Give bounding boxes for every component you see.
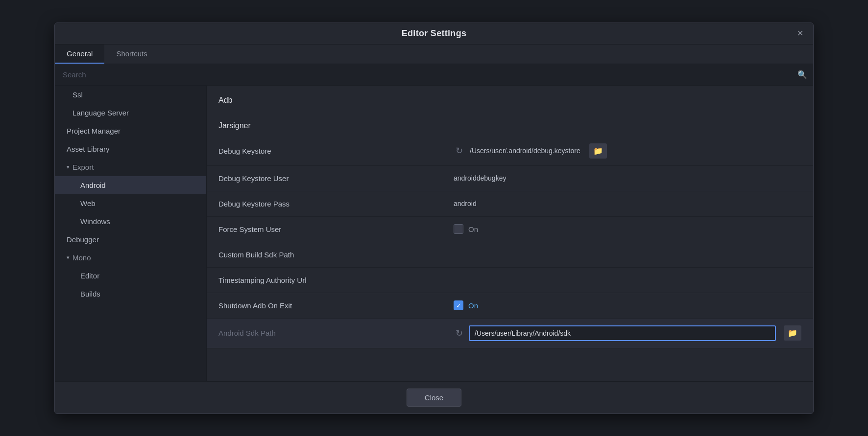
sidebar-label-debugger: Debugger [67,235,99,244]
sidebar-label-android: Android [80,181,106,189]
sidebar-item-editor[interactable]: Editor [55,267,206,285]
shutdown-adb-on-exit-toggle[interactable] [454,300,463,310]
search-input[interactable] [61,67,797,83]
row-android-sdk-path: Android Sdk Path ↻ 📁 [207,319,813,348]
android-sdk-path-value: ↻ 📁 [454,325,801,341]
sidebar-item-project-manager[interactable]: Project Manager [55,122,206,140]
sidebar-label-mono: Mono [72,253,91,262]
android-sdk-path-label: Android Sdk Path [218,329,454,337]
debug-keystore-reset-button[interactable]: ↻ [454,146,465,155]
sidebar-item-builds[interactable]: Builds [55,285,206,303]
sidebar-label-export: Export [72,163,94,171]
sidebar-label-asset-library: Asset Library [67,145,110,153]
sidebar: Ssl Language Server Project Manager Asse… [55,86,207,381]
chevron-down-icon: ▾ [67,164,70,170]
chevron-down-icon-2: ▾ [67,254,70,261]
close-button[interactable]: Close [407,389,461,407]
row-custom-build-sdk-path: Custom Build Sdk Path [207,242,813,268]
sidebar-label-web: Web [80,199,96,207]
sidebar-item-asset-library[interactable]: Asset Library [55,140,206,158]
timestamping-authority-url-label: Timestamping Authority Url [218,276,454,284]
dialog-footer: Close [55,381,813,413]
editor-settings-dialog: Editor Settings × General Shortcuts 🔍 Ss… [54,23,814,414]
section-jarsigner: Jarsigner [207,111,813,137]
main-content: Ssl Language Server Project Manager Asse… [55,86,813,381]
tab-shortcuts[interactable]: Shortcuts [104,45,159,64]
debug-keystore-value: ↻ /Users/user/.android/debug.keystore 📁 [454,143,801,159]
sidebar-item-export[interactable]: ▾ Export [55,158,206,176]
sidebar-label-language-server: Language Server [72,109,129,117]
debug-keystore-folder-button[interactable]: 📁 [589,143,607,159]
row-force-system-user: Force System User On [207,217,813,242]
debug-keystore-user-label: Debug Keystore User [218,174,454,183]
android-sdk-path-reset-button[interactable]: ↻ [454,329,465,338]
tabs-bar: General Shortcuts [55,45,813,64]
sidebar-item-windows[interactable]: Windows [55,212,206,230]
debug-keystore-path: /Users/user/.android/debug.keystore [470,147,580,155]
android-sdk-path-input[interactable] [469,325,776,341]
shutdown-adb-on-exit-label: Shutdown Adb On Exit [218,301,454,310]
title-bar: Editor Settings × [55,23,813,45]
sidebar-item-language-server[interactable]: Language Server [55,104,206,122]
row-debug-keystore-user: Debug Keystore User androiddebugkey [207,166,813,191]
sidebar-item-web[interactable]: Web [55,194,206,212]
sidebar-label-windows: Windows [80,217,110,226]
debug-keystore-pass-label: Debug Keystore Pass [218,200,454,208]
debug-keystore-label: Debug Keystore [218,147,454,155]
sidebar-item-mono[interactable]: ▾ Mono [55,249,206,267]
jarsigner-section-label: Jarsigner [218,121,454,130]
row-debug-keystore-pass: Debug Keystore Pass android [207,191,813,217]
force-system-user-toggle-label: On [468,225,478,233]
dialog-close-button[interactable]: × [795,26,805,41]
debug-keystore-user-text: androiddebugkey [454,174,506,182]
debug-keystore-user-value: androiddebugkey [454,174,801,182]
tab-general[interactable]: General [55,45,104,64]
sidebar-label-builds: Builds [80,290,100,298]
sidebar-item-debugger[interactable]: Debugger [55,230,206,249]
debug-keystore-pass-value: android [454,200,801,207]
row-shutdown-adb-on-exit: Shutdown Adb On Exit On [207,293,813,319]
sidebar-item-android[interactable]: Android [55,176,206,194]
sidebar-label-project-manager: Project Manager [67,127,121,135]
android-sdk-path-folder-button[interactable]: 📁 [784,325,801,341]
sidebar-label-editor: Editor [80,272,99,280]
force-system-user-label: Force System User [218,225,454,233]
row-timestamping-authority-url: Timestamping Authority Url [207,268,813,293]
dialog-title: Editor Settings [402,28,467,39]
section-adb: Adb [207,86,813,111]
row-debug-keystore: Debug Keystore ↻ /Users/user/.android/de… [207,137,813,166]
settings-panel: Adb Jarsigner Debug Keystore ↻ /Users/us… [207,86,813,381]
force-system-user-toggle[interactable] [454,224,463,234]
search-bar: 🔍 [55,64,813,86]
search-icon: 🔍 [797,70,807,79]
sidebar-label-ssl: Ssl [72,91,83,99]
sidebar-item-ssl[interactable]: Ssl [55,86,206,104]
shutdown-adb-on-exit-value: On [454,300,801,310]
debug-keystore-pass-text: android [454,200,477,207]
shutdown-adb-on-exit-toggle-label: On [468,301,478,310]
custom-build-sdk-path-label: Custom Build Sdk Path [218,251,454,259]
force-system-user-value: On [454,224,801,234]
adb-section-label: Adb [218,96,454,105]
